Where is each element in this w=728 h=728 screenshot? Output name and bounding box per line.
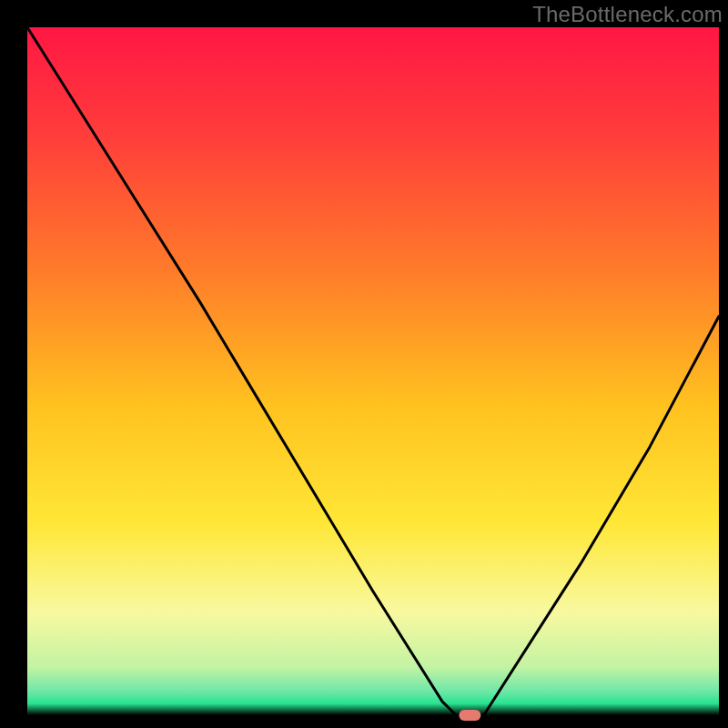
bottleneck-chart bbox=[0, 0, 728, 728]
optimal-marker bbox=[459, 710, 480, 721]
watermark-label: TheBottleneck.com bbox=[532, 2, 723, 27]
plot-background bbox=[27, 27, 719, 715]
chart-container: TheBottleneck.com bbox=[0, 0, 728, 728]
